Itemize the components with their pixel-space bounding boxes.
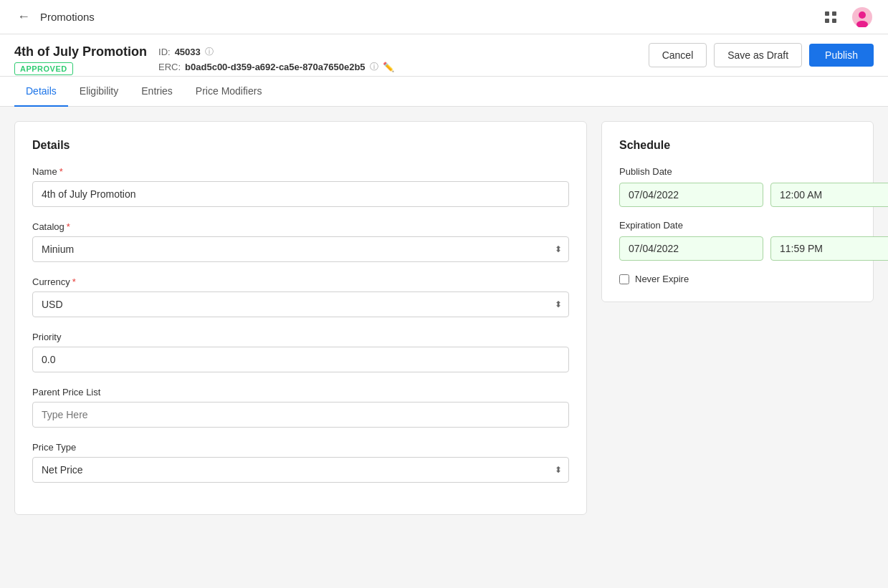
currency-label: Currency bbox=[32, 276, 70, 287]
approved-badge: APPROVED bbox=[14, 62, 73, 75]
svg-rect-0 bbox=[825, 11, 829, 16]
publish-date-input[interactable] bbox=[619, 183, 763, 207]
tab-details[interactable]: Details bbox=[14, 77, 68, 107]
grid-icon[interactable] bbox=[819, 6, 842, 29]
erc-label: ERC: bbox=[158, 62, 181, 72]
id-label: ID: bbox=[158, 47, 171, 57]
tab-entries[interactable]: Entries bbox=[130, 77, 184, 107]
erc-info-icon: ⓘ bbox=[370, 61, 378, 73]
id-value: 45033 bbox=[175, 47, 201, 57]
parent-price-list-input[interactable] bbox=[32, 402, 569, 428]
back-icon: ← bbox=[17, 9, 30, 24]
priority-input[interactable] bbox=[32, 347, 569, 372]
price-type-label: Price Type bbox=[32, 442, 76, 453]
top-bar: ← Promotions bbox=[0, 0, 888, 34]
save-draft-button[interactable]: Save as Draft bbox=[714, 43, 802, 67]
expiration-date-input[interactable] bbox=[619, 236, 763, 261]
page-title: 4th of July Promotion bbox=[14, 44, 147, 59]
tab-eligibility[interactable]: Eligibility bbox=[68, 77, 130, 107]
schedule-panel: Schedule Publish Date Expiration Date Ne… bbox=[601, 121, 874, 302]
svg-rect-3 bbox=[832, 19, 836, 23]
tab-price-modifiers[interactable]: Price Modifiers bbox=[184, 77, 274, 107]
name-input[interactable] bbox=[32, 181, 569, 207]
catalog-required: * bbox=[67, 221, 70, 232]
priority-label: Priority bbox=[32, 332, 61, 342]
cancel-button[interactable]: Cancel bbox=[649, 43, 707, 67]
name-label: Name bbox=[32, 166, 57, 177]
top-bar-title: Promotions bbox=[40, 11, 95, 23]
publish-date-label: Publish Date bbox=[619, 166, 856, 177]
erc-value: b0ad5c00-d359-a692-ca5e-870a7650e2b5 bbox=[185, 62, 366, 72]
erc-edit-icon[interactable]: ✏️ bbox=[383, 62, 394, 72]
user-avatar[interactable] bbox=[851, 6, 874, 29]
price-type-select[interactable]: Net Price bbox=[32, 457, 569, 483]
publish-time-input[interactable] bbox=[770, 183, 888, 207]
id-info-icon: ⓘ bbox=[205, 46, 214, 58]
publish-button[interactable]: Publish bbox=[809, 44, 874, 67]
expiration-date-label: Expiration Date bbox=[619, 220, 856, 231]
tabs-bar: Details Eligibility Entries Price Modifi… bbox=[0, 77, 888, 107]
parent-price-list-label: Parent Price List bbox=[32, 387, 100, 397]
catalog-select[interactable]: Minium bbox=[32, 236, 569, 262]
page-header: 4th of July Promotion APPROVED ID: 45033… bbox=[0, 34, 888, 77]
details-panel-title: Details bbox=[32, 139, 569, 152]
svg-point-5 bbox=[859, 11, 866, 19]
schedule-panel-title: Schedule bbox=[619, 139, 856, 152]
currency-required: * bbox=[72, 276, 76, 287]
details-panel: Details Name * Catalog * Minium ⬍ bbox=[14, 121, 587, 515]
back-button[interactable]: ← bbox=[14, 6, 33, 27]
never-expire-label: Never Expire bbox=[635, 274, 689, 284]
name-required: * bbox=[59, 166, 63, 177]
currency-select[interactable]: USD bbox=[32, 291, 569, 317]
never-expire-checkbox[interactable] bbox=[619, 274, 629, 284]
svg-rect-2 bbox=[825, 19, 829, 23]
catalog-label: Catalog bbox=[32, 221, 65, 232]
expiration-time-input[interactable] bbox=[770, 236, 888, 261]
svg-rect-1 bbox=[832, 11, 836, 16]
